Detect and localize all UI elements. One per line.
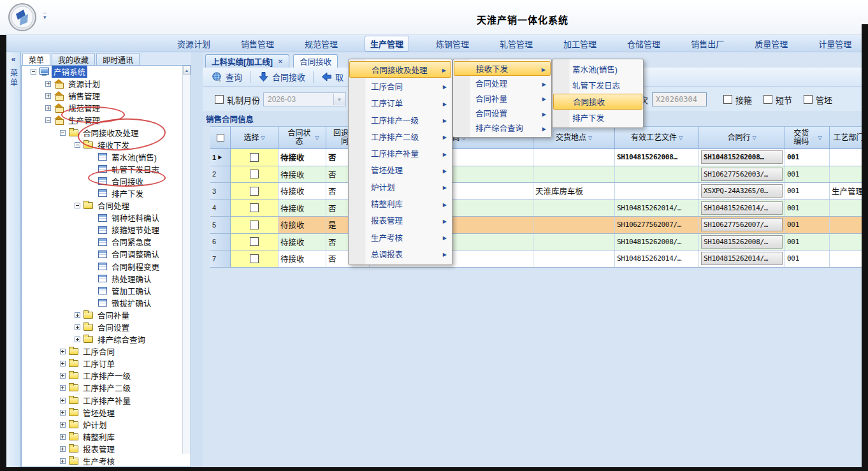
tree-item[interactable]: 精整利库 [22, 431, 191, 443]
menu-item[interactable]: 工序排产二级 [349, 128, 451, 145]
menu-item[interactable]: 蓄水池(销售) [553, 61, 642, 77]
checkbox[interactable] [804, 95, 813, 104]
menu-item[interactable]: 合同补量 [454, 91, 551, 106]
tree-expander-icon[interactable] [60, 446, 66, 452]
batch-input[interactable]: X20260304 [652, 92, 707, 106]
column-header-contract-line[interactable]: 合同行 [699, 126, 785, 149]
select-all-checkbox[interactable] [217, 134, 224, 141]
menu-bar-item[interactable]: 规范管理 [301, 36, 342, 52]
row-checkbox[interactable] [250, 187, 259, 196]
menu-item[interactable]: 接收下发 [454, 61, 551, 76]
filter-icon[interactable] [261, 133, 264, 142]
row-checkbox[interactable] [250, 153, 259, 162]
row-number-cell[interactable]: 4 ▶ [210, 200, 231, 217]
row-select-cell[interactable] [231, 217, 278, 233]
tree-expander-icon[interactable] [60, 130, 66, 136]
filter-icon[interactable] [679, 133, 683, 142]
column-header-process-doc[interactable]: 有效工艺文件 [615, 126, 699, 149]
app-logo-icon[interactable] [8, 3, 37, 32]
checkbox[interactable] [763, 95, 772, 104]
filter-checkbox-item[interactable]: 接箍 [723, 94, 752, 106]
tree-item[interactable]: 蓄水池(销售) [22, 151, 191, 163]
menu-bar-item[interactable]: 轧管管理 [496, 36, 537, 52]
tree-expander-icon[interactable] [75, 324, 80, 330]
table-row[interactable]: 2 ▶ 待接收 否 江苏天淮钢管… SH106277562003/… [210, 166, 868, 184]
tree-expander-icon[interactable] [60, 410, 66, 416]
menu-bar-item[interactable]: 资源计划 [173, 36, 214, 52]
collapsed-panel-strip[interactable]: « 菜单 [6, 52, 21, 467]
table-row[interactable]: 1 ▶ 待接收 否 江苏天淮钢管… SH104815262008… SH1048… [210, 149, 868, 166]
tree-expander-icon[interactable] [60, 434, 66, 440]
quick-access-arrow-icon[interactable] [43, 14, 47, 20]
contract-line-cell[interactable]: SH106277562003/… [699, 166, 785, 183]
row-select-cell[interactable] [231, 200, 278, 217]
table-row[interactable]: 4 ▶ 待接收 否 江苏天淮钢管… SH104815262014/… SH104… [210, 200, 868, 217]
cancel-receive-button[interactable]: 取 [317, 69, 347, 84]
contract-line-cell[interactable]: SH104815262014/… [699, 200, 785, 217]
menu-item[interactable]: 报表管理 [349, 212, 451, 229]
menu-bar-item[interactable]: 加工管理 [560, 36, 600, 52]
menu-item[interactable]: 排产综合查询 [454, 120, 551, 135]
tree-scrollbar[interactable]: ▲ [182, 66, 191, 454]
query-button[interactable]: 查询 [208, 69, 246, 84]
tree-item[interactable]: 钢种坯料确认 [22, 212, 191, 224]
row-number-cell[interactable]: 1 ▶ [210, 149, 231, 166]
row-number-cell[interactable]: 5 ▶ [210, 217, 231, 233]
tree-item[interactable]: 工序排产一级 [22, 370, 191, 382]
scroll-up-icon[interactable]: ▲ [183, 66, 191, 75]
contract-line-cell[interactable]: SH104815262014/… [699, 250, 785, 267]
table-row[interactable]: 6 ▶ 待接收 否 江苏天淮钢管… SH104815262008/… SH104… [210, 234, 868, 251]
filter-icon[interactable] [818, 133, 822, 142]
tree-expander-icon[interactable] [75, 312, 80, 318]
roll-month-select[interactable]: 2026-03 ▼ [263, 92, 346, 106]
row-checkbox[interactable] [250, 254, 259, 263]
row-checkbox[interactable] [250, 203, 259, 212]
row-select-cell[interactable] [231, 234, 278, 250]
tree-expander-icon[interactable] [60, 373, 66, 379]
tree-expander-icon[interactable] [45, 93, 51, 99]
table-row[interactable]: 3 ▶ 待接收 否 江苏天淮钢管… 天淮库房车板 XSXPQ-24A3265/0… [210, 183, 868, 200]
menu-item[interactable]: 排产下发 [553, 110, 642, 126]
column-header-delivery-code[interactable]: 交货编码 [785, 126, 830, 149]
tree-expander-icon[interactable] [45, 105, 51, 111]
menu-bar-item[interactable]: 生产管理 [365, 36, 409, 52]
collapse-chevrons-icon[interactable]: « [6, 55, 20, 64]
contract-line-cell[interactable]: XSXPQ-24A3265/0… [699, 183, 785, 199]
contract-receive-button[interactable]: 合同接收 [254, 69, 309, 84]
menu-item[interactable]: 工序订单 [349, 95, 451, 112]
filter-checkbox-item[interactable]: 管坯 [804, 94, 832, 106]
tree-expander-icon[interactable] [60, 349, 66, 354]
sort-asc-icon[interactable] [812, 133, 816, 142]
panel-splitter[interactable] [191, 52, 203, 467]
menu-item[interactable]: 轧管下发日志 [553, 77, 642, 93]
contract-line-cell[interactable]: SH106277562007/… [699, 217, 785, 233]
close-tab-icon[interactable] [278, 58, 283, 65]
tree-item[interactable]: 产销系统 [22, 66, 191, 78]
sidebar-tab[interactable]: 即时通讯 [96, 53, 140, 65]
row-number-cell[interactable]: 7 ▶ [210, 250, 231, 267]
tree-expander-icon[interactable] [75, 203, 80, 208]
row-select-cell[interactable] [231, 166, 278, 183]
filter-icon[interactable] [315, 133, 319, 142]
tree-item[interactable]: 管加工确认 [22, 285, 191, 297]
row-number-cell[interactable]: 6 ▶ [210, 234, 231, 250]
menu-bar-item[interactable]: 销售出厂 [687, 36, 728, 52]
tree-item[interactable]: 镦拔扩确认 [22, 297, 191, 309]
tree-item[interactable]: 工序订单 [22, 358, 191, 370]
tree-item[interactable]: 资源计划 [22, 78, 191, 90]
menu-item[interactable]: 合同接收及处理 [349, 61, 451, 78]
menu-item[interactable]: 管坯处理 [349, 162, 451, 178]
document-tab[interactable]: 上料实绩[加工线] [205, 54, 289, 68]
tree-expander-icon[interactable] [60, 458, 66, 464]
tree-expander-icon[interactable] [75, 142, 80, 148]
tree-item[interactable]: 工序排产二级 [22, 382, 191, 394]
filter-checkbox-item[interactable]: 短节 [763, 94, 792, 106]
menu-item[interactable]: 炉计划 [349, 178, 451, 195]
tree-item[interactable]: 管坯处理 [22, 407, 191, 419]
tree-expander-icon[interactable] [45, 81, 51, 87]
tree-item[interactable]: 炉计划 [22, 419, 191, 431]
row-number-cell[interactable]: 3 ▶ [210, 183, 231, 199]
tree-item[interactable]: 工序排产补量 [22, 395, 191, 407]
tree-item[interactable]: 合同处理 [22, 199, 191, 212]
row-checkbox[interactable] [250, 170, 259, 178]
